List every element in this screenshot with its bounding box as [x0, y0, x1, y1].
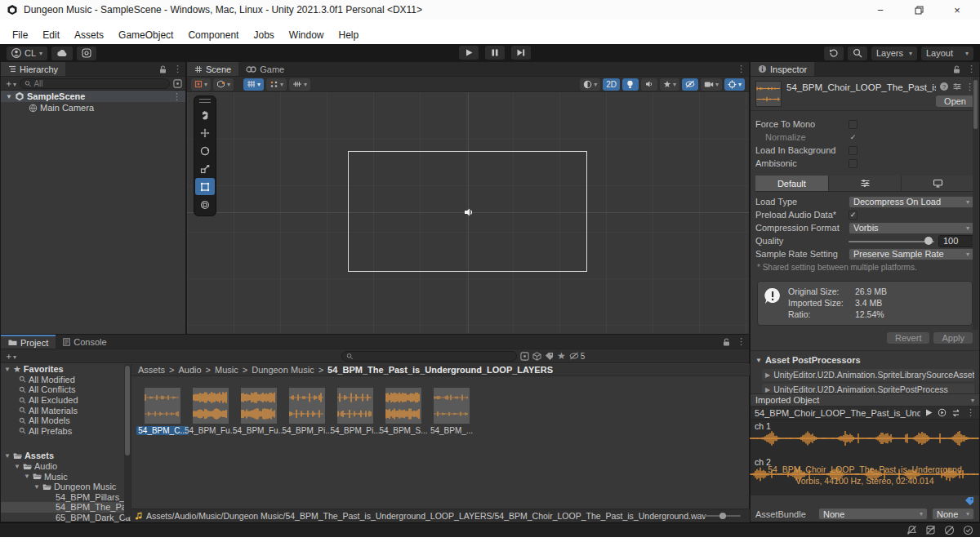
sample-rate-dropdown[interactable]: Preserve Sample Rate▾: [849, 248, 974, 260]
hierarchy-item-samplescene[interactable]: ▼ SampleScene ⋮: [1, 91, 185, 102]
scene-canvas[interactable]: [187, 92, 749, 333]
hidden-packages-toggle[interactable]: 5: [569, 352, 586, 361]
menu-component[interactable]: Component: [180, 28, 246, 42]
tree-audio[interactable]: ▼Audio: [1, 461, 131, 472]
grid-axis-dropdown[interactable]: ▾: [289, 78, 310, 91]
notifications-muted-icon[interactable]: [906, 525, 917, 535]
layers-dropdown[interactable]: Layers▾: [871, 47, 917, 60]
platform-tab-standalone[interactable]: [902, 176, 974, 191]
asset-file-s[interactable]: 54_BPM_S...: [382, 388, 425, 435]
tab-hierarchy[interactable]: Hierarchy: [1, 62, 65, 76]
breadcrumb-music[interactable]: Music: [215, 365, 238, 375]
lock-icon[interactable]: [950, 62, 964, 76]
assetbundle-variant-dropdown[interactable]: None▾: [932, 508, 974, 520]
postprocessor-item[interactable]: ▶UnityEditor.U2D.Animation.SpriteLibrary…: [762, 369, 974, 381]
gizmos-dropdown[interactable]: ▾: [724, 78, 745, 91]
tree-music[interactable]: ▼Music: [1, 471, 131, 482]
tree-assets-root[interactable]: ▼Assets: [1, 451, 131, 461]
force-to-mono-checkbox[interactable]: [849, 120, 858, 129]
asset-postprocessors-header[interactable]: ▼Asset PostProcessors: [755, 354, 974, 367]
platform-tab-default[interactable]: Default: [755, 176, 829, 191]
tree-folder-54-bpm-the-past[interactable]: 54_BPM_The_Pas: [1, 502, 131, 513]
hand-tool[interactable]: [195, 106, 215, 123]
preview-menu-button[interactable]: ⋮: [966, 408, 975, 417]
imported-object-header[interactable]: Imported Object ▾: [751, 393, 979, 407]
minimize-button[interactable]: −: [864, 1, 897, 19]
preload-audio-checkbox[interactable]: ✓: [849, 211, 858, 220]
2d-toggle[interactable]: 2D: [603, 78, 620, 91]
search-picker-icon[interactable]: [520, 352, 529, 361]
lock-icon[interactable]: [719, 335, 733, 349]
favorites-filter-icon[interactable]: ★: [557, 350, 566, 362]
create-asset-button[interactable]: ＋▾: [4, 350, 16, 362]
tree-folder-65-bpm-dark-cavern[interactable]: 65_BPM_Dark_Cav: [1, 513, 131, 522]
add-object-button[interactable]: ＋▾: [4, 78, 16, 90]
presets-icon[interactable]: [952, 82, 962, 91]
move-tool[interactable]: [195, 124, 215, 141]
thumbnail-size-slider[interactable]: [703, 515, 741, 517]
compression-format-dropdown[interactable]: Vorbis▾: [849, 222, 974, 234]
project-search-input[interactable]: [356, 352, 513, 361]
asset-label-tag-icon[interactable]: [964, 496, 974, 506]
project-search[interactable]: [341, 351, 517, 362]
picker-icon[interactable]: [173, 79, 182, 88]
shading-mode-dropdown[interactable]: ▾: [580, 78, 600, 91]
asset-file-pi-2[interactable]: 54_BPM_Pi...: [334, 388, 376, 435]
breadcrumb-assets[interactable]: Assets: [138, 365, 165, 375]
assetbundle-dropdown[interactable]: None▾: [818, 508, 928, 520]
quality-value-field[interactable]: 100: [938, 235, 974, 247]
menu-window[interactable]: Window: [282, 28, 332, 42]
asset-file-choir[interactable]: 54_BPM_C...: [141, 388, 184, 435]
label-filter-icon[interactable]: [545, 352, 554, 361]
cache-server-disabled-icon[interactable]: [925, 525, 936, 535]
favorite-all-prefabs[interactable]: All Prefabs: [1, 426, 131, 437]
load-type-dropdown[interactable]: Decompress On Load▾: [849, 196, 974, 208]
favorite-all-conflicts[interactable]: All Conflicts: [1, 384, 131, 395]
apply-button[interactable]: Apply: [933, 332, 973, 344]
play-on-awake-icon[interactable]: [938, 408, 947, 417]
menu-gameobject[interactable]: GameObject: [111, 28, 180, 42]
effects-dropdown[interactable]: ▾: [660, 78, 679, 91]
transform-tool[interactable]: [195, 196, 215, 213]
tree-dungeon-music[interactable]: ▼Dungeon Music: [1, 482, 131, 492]
favorite-all-excluded[interactable]: All Excluded: [1, 395, 131, 406]
inspector-scrollbar[interactable]: [973, 77, 978, 330]
revert-button[interactable]: Revert: [887, 332, 929, 344]
step-button[interactable]: [511, 46, 531, 60]
search-everywhere-button[interactable]: [848, 47, 867, 60]
asset-file-pi-1[interactable]: 54_BPM_Pi...: [286, 388, 328, 435]
pause-button[interactable]: [485, 46, 505, 60]
help-icon[interactable]: ?: [939, 82, 949, 91]
package-filter-icon[interactable]: [532, 352, 541, 361]
favorite-all-modified[interactable]: All Modified: [1, 375, 131, 385]
slider-thumb[interactable]: [924, 237, 933, 245]
visibility-toggle[interactable]: [682, 78, 698, 91]
rotate-tool[interactable]: [195, 142, 215, 159]
overlay-drag-handle[interactable]: [199, 99, 211, 103]
ambisonic-checkbox[interactable]: [849, 159, 858, 168]
account-dropdown[interactable]: CL▾: [7, 47, 47, 60]
menu-help[interactable]: Help: [332, 28, 367, 42]
close-button[interactable]: ×: [941, 1, 973, 19]
cloud-button[interactable]: [51, 47, 73, 60]
tool-settings-dropdown[interactable]: ▾: [191, 78, 211, 91]
restore-button[interactable]: [902, 1, 935, 19]
grid-visibility-dropdown[interactable]: ▾: [243, 78, 264, 91]
favorite-all-models[interactable]: All Models: [1, 415, 131, 426]
snap-increment-dropdown[interactable]: ▾: [266, 78, 287, 91]
tab-console[interactable]: Console: [56, 335, 114, 349]
breadcrumb-current-folder[interactable]: 54_BPM_The_Past_is_Underground_LOOP_LAYE…: [327, 365, 553, 375]
slider-thumb[interactable]: [719, 513, 726, 519]
hierarchy-search[interactable]: [20, 78, 170, 89]
tree-folder-54-bpm-pillars[interactable]: 54_BPM_Pillars_of: [1, 492, 131, 503]
asset-file-full-1[interactable]: 54_BPM_Fu...: [189, 388, 232, 435]
asset-file-full-2[interactable]: 54_BPM_Fu...: [238, 388, 280, 435]
menu-assets[interactable]: Assets: [67, 28, 111, 42]
scene-menu-button[interactable]: ⋮: [172, 92, 181, 101]
hierarchy-search-input[interactable]: [33, 79, 165, 88]
normalize-checkbox[interactable]: ✓: [849, 133, 858, 142]
lighting-toggle[interactable]: [622, 78, 639, 91]
folder-tree-scrollbar[interactable]: [124, 364, 131, 518]
pivot-dropdown[interactable]: ▾: [213, 78, 234, 91]
tab-inspector[interactable]: Inspector: [751, 62, 814, 76]
